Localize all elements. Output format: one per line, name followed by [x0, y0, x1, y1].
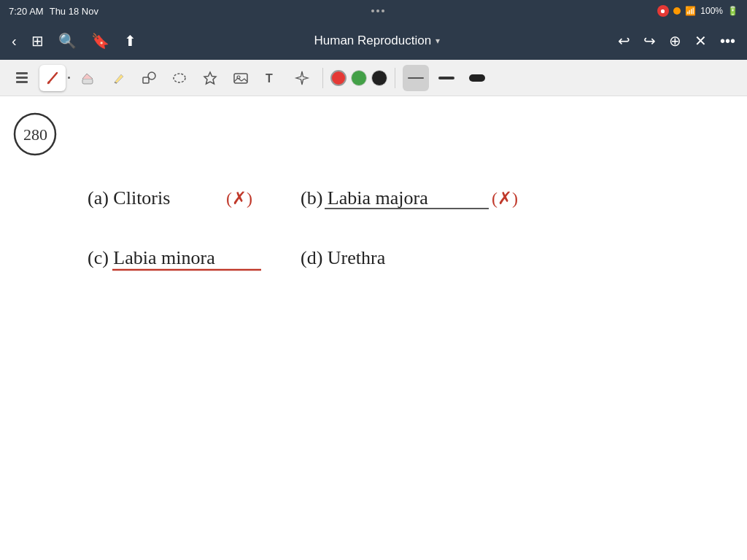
drawing-canvas[interactable]: 280 (a) Clitoris (✗) (b) Labia majora (✗… [0, 96, 747, 560]
color-black[interactable] [371, 70, 387, 86]
svg-text:(d) Urethra: (d) Urethra [301, 247, 386, 268]
color-red[interactable] [330, 70, 347, 86]
svg-text:(✗): (✗) [226, 189, 252, 208]
title-bar-left[interactable]: ‹ ⊞ 🔍 🔖 ⬆ [12, 32, 136, 50]
svg-rect-1 [16, 77, 28, 79]
close-button[interactable]: ✕ [694, 32, 707, 50]
battery-icon: 100% [700, 6, 723, 16]
lasso-tool[interactable] [166, 65, 193, 91]
toolbar-separator-2 [395, 68, 395, 88]
toolbar: T [0, 60, 747, 96]
color-green[interactable] [351, 70, 367, 86]
svg-point-7 [148, 72, 155, 79]
status-right: ⏺ 📶 100% 🔋 [657, 5, 738, 17]
orange-dot [673, 7, 681, 15]
image-tool[interactable] [228, 65, 254, 91]
toolbar-separator-1 [322, 68, 323, 88]
back-button[interactable]: ‹ [12, 33, 17, 50]
svg-text:T: T [266, 72, 273, 85]
pen-tool[interactable] [39, 65, 66, 91]
add-page-button[interactable]: ⊕ [669, 32, 681, 50]
document-title: Human Reproduction [314, 34, 432, 48]
battery-visual: 🔋 [727, 6, 738, 16]
svg-rect-6 [143, 77, 149, 83]
highlight-tool[interactable] [105, 65, 131, 91]
date-display: Thu 18 Nov [50, 6, 98, 17]
svg-text:(✗): (✗) [492, 189, 518, 208]
wifi-icon: 📶 [685, 6, 696, 16]
sparkle-tool[interactable] [289, 65, 315, 91]
svg-marker-9 [204, 72, 216, 84]
time-display: 7:20 AM [9, 6, 44, 17]
bookmark-button[interactable]: 🔖 [91, 32, 109, 50]
status-left: 7:20 AM Thu 18 Nov [9, 6, 98, 17]
stroke-thick-icon [469, 74, 485, 82]
record-icon: ⏺ [657, 5, 669, 17]
title-bar-right[interactable]: ↩ ↪ ⊕ ✕ ••• [618, 32, 735, 50]
pen-bluetooth-indicator [68, 77, 70, 79]
status-center [371, 9, 384, 12]
svg-text:280: 280 [23, 125, 47, 144]
stroke-thin-icon [408, 77, 424, 79]
stroke-thick-btn[interactable] [464, 65, 490, 91]
title-bar-center[interactable]: Human Reproduction ▾ [314, 34, 441, 48]
svg-text:(a) Clitoris: (a) Clitoris [88, 187, 170, 209]
svg-point-8 [174, 74, 185, 82]
svg-rect-10 [234, 74, 247, 83]
dot-menu [371, 9, 384, 12]
redo-button[interactable]: ↪ [643, 32, 656, 50]
svg-line-3 [48, 73, 57, 83]
eraser-tool[interactable] [74, 65, 101, 91]
canvas-area[interactable]: 280 (a) Clitoris (✗) (b) Labia majora (✗… [0, 96, 747, 560]
svg-text:(c) Labia minora: (c) Labia minora [88, 247, 215, 268]
text-tool[interactable]: T [258, 65, 285, 91]
stroke-mid-btn[interactable] [433, 65, 460, 91]
svg-rect-0 [16, 72, 28, 74]
title-chevron[interactable]: ▾ [436, 36, 440, 46]
layers-tool[interactable] [9, 65, 35, 91]
svg-rect-2 [16, 81, 28, 83]
undo-button[interactable]: ↩ [618, 32, 630, 50]
grid-view-button[interactable]: ⊞ [31, 32, 44, 50]
stroke-mid-icon [438, 77, 454, 79]
svg-rect-4 [82, 79, 93, 84]
svg-text:(b) Labia majora: (b) Labia majora [301, 187, 428, 209]
share-button[interactable]: ⬆ [124, 32, 136, 50]
title-bar: ‹ ⊞ 🔍 🔖 ⬆ Human Reproduction ▾ ↩ ↪ ⊕ ✕ •… [0, 22, 747, 60]
shapes-tool[interactable] [136, 65, 162, 91]
svg-line-5 [115, 82, 117, 83]
more-button[interactable]: ••• [720, 33, 735, 50]
status-bar: 7:20 AM Thu 18 Nov ⏺ 📶 100% 🔋 [0, 0, 747, 22]
stroke-thin-btn[interactable] [403, 65, 429, 91]
star-tool[interactable] [197, 65, 223, 91]
search-button[interactable]: 🔍 [58, 32, 77, 50]
